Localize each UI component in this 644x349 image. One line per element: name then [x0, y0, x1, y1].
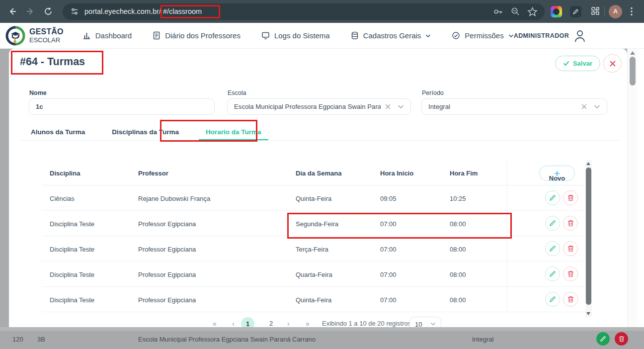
zoom-icon[interactable] [510, 6, 520, 16]
page-size-value: 10 [415, 321, 430, 328]
periodo-label: Período [422, 89, 444, 96]
bg-delete-button[interactable] [615, 332, 628, 346]
delete-row-button[interactable] [563, 190, 578, 205]
delete-row-button[interactable] [563, 292, 578, 307]
scroll-up-arrow[interactable] [586, 162, 590, 165]
page-prev-button[interactable]: ‹ [232, 320, 235, 327]
address-bar[interactable]: portal.eyecheck.com.br/#/classroom [63, 3, 545, 20]
extensions-puzzle-icon[interactable] [589, 6, 600, 17]
profile-avatar[interactable]: A [609, 5, 622, 18]
window-scrollbar[interactable] [627, 49, 637, 327]
table-scrollbar[interactable] [585, 160, 592, 317]
new-button[interactable]: Novo [539, 166, 575, 181]
background-table-row: 120 3B Escola Municipal Professora Egpci… [0, 327, 644, 349]
chevron-down-icon[interactable] [594, 104, 600, 109]
cell-professor: Professor Egipciana [138, 220, 196, 228]
page-first-button[interactable]: « [213, 320, 217, 327]
trash-icon [567, 194, 574, 201]
pagination-summary: Exibindo 1 a 10 de 20 registros [322, 320, 411, 327]
nav-label: Permissões [465, 31, 503, 40]
cell-professor: Professor Egipciana [138, 246, 196, 253]
back-icon[interactable] [4, 3, 21, 20]
page-2-button[interactable]: 2 [269, 320, 273, 327]
table-row: Disciplina Teste Professor Egipciana Qui… [42, 287, 584, 312]
user-menu[interactable]: ADMINISTRADOR [514, 29, 586, 42]
periodo-select[interactable]: Integral [421, 98, 607, 115]
escola-select[interactable]: Escola Municipal Professora Egpciana Swa… [227, 98, 411, 115]
periodo-value: Integral [428, 103, 577, 110]
nav-item-logs[interactable]: Logs do Sistema [261, 31, 330, 40]
delete-row-button[interactable] [563, 216, 578, 231]
nome-label: Nome [29, 89, 47, 96]
cell-dia: Quinta-Feira [296, 296, 331, 304]
nav-item-cadastros[interactable]: Cadastros Gerais [351, 31, 431, 40]
bookmark-star-icon[interactable] [527, 6, 538, 17]
col-inicio: Hora Início [380, 170, 413, 177]
menu-kebab-icon[interactable] [623, 3, 640, 20]
clear-icon[interactable] [581, 103, 587, 110]
nav-label: Logs do Sistema [274, 31, 330, 40]
tab-alunos[interactable]: Alunos da Turma [24, 124, 92, 140]
page-next-button[interactable]: › [287, 320, 290, 327]
page-last-button[interactable]: » [306, 320, 310, 327]
edit-row-button[interactable] [545, 292, 560, 307]
table-scrollbar-thumb[interactable] [586, 168, 591, 305]
page-size-select[interactable]: 10 [409, 317, 441, 327]
edit-row-button[interactable] [545, 216, 560, 231]
clear-icon[interactable] [385, 103, 391, 110]
cell-dia: Segunda-Feira [296, 220, 338, 228]
page-overlay: #64 - Turmas Salvar Nome 1c Escola Escol… [0, 49, 644, 349]
nome-input[interactable]: 1c [29, 98, 215, 115]
chevron-down-icon[interactable] [398, 104, 404, 109]
trash-icon [567, 245, 574, 252]
nav-item-dashboard[interactable]: Dashboard [82, 31, 132, 40]
pencil-icon [600, 336, 606, 342]
site-settings-icon[interactable] [70, 6, 80, 16]
tab-disciplinas[interactable]: Disciplinas da Turma [105, 124, 186, 140]
nav-item-permissoes[interactable]: Permissões [452, 31, 513, 40]
tabs-divider [20, 140, 620, 141]
cell-disciplina: Ciências [50, 195, 75, 202]
nav-menu: Dashboard Diário dos Professores Logs do… [82, 31, 514, 40]
extension-pen-icon[interactable] [570, 6, 581, 17]
nav-item-diario[interactable]: Diário dos Professores [153, 31, 241, 40]
tab-horario[interactable]: Horario da Turma [199, 124, 268, 140]
table-row: Ciências Rejane Dubowski França Quinta-F… [42, 185, 584, 211]
forward-icon[interactable] [22, 3, 39, 20]
edit-row-button[interactable] [545, 266, 560, 281]
delete-row-button[interactable] [563, 266, 578, 281]
save-label: Salvar [573, 60, 592, 67]
window-scrollbar-thumb[interactable] [630, 57, 636, 86]
document-icon [153, 31, 161, 40]
password-key-icon[interactable] [493, 6, 503, 17]
cell-inicio: 07:00 [380, 246, 397, 253]
edit-row-button[interactable] [545, 190, 560, 205]
col-professor: Professor [138, 170, 168, 177]
extension-color-icon[interactable] [551, 6, 562, 17]
modal-title: #64 - Turmas [20, 56, 85, 68]
edit-row-button[interactable] [545, 241, 560, 256]
check-icon [563, 61, 569, 66]
chevron-down-icon [430, 322, 436, 326]
app-logo[interactable]: GESTÃO ESCOLAR [5, 25, 64, 46]
escola-value: Escola Municipal Professora Egpciana Swa… [234, 103, 381, 110]
pagination: « ‹ 1 2 › » Exibindo 1 a 10 de 20 regist… [9, 316, 627, 327]
cell-fim: 08:00 [450, 296, 466, 304]
cell-dia: Quinta-Feira [296, 195, 331, 202]
reload-icon[interactable] [40, 3, 57, 20]
bar-chart-icon [82, 31, 91, 40]
page-current[interactable]: 1 [241, 317, 254, 327]
delete-row-button[interactable] [563, 241, 578, 256]
url-prefix: portal.eyecheck.com.br/ [84, 7, 161, 15]
cell-fim: 10:25 [450, 195, 466, 202]
bg-row-id: 120 [12, 336, 23, 343]
person-icon [574, 29, 586, 42]
window-scroll-up-arrow[interactable] [630, 51, 635, 55]
cell-disciplina: Disciplina Teste [50, 296, 94, 304]
bg-edit-button[interactable] [596, 332, 610, 346]
horarios-table: Disciplina Professor Dia da Semana Hora … [42, 161, 584, 312]
close-button[interactable] [603, 54, 622, 73]
save-button[interactable]: Salvar [555, 56, 600, 71]
scroll-down-arrow[interactable] [586, 312, 590, 315]
url-highlight: #/classroom [163, 7, 202, 15]
